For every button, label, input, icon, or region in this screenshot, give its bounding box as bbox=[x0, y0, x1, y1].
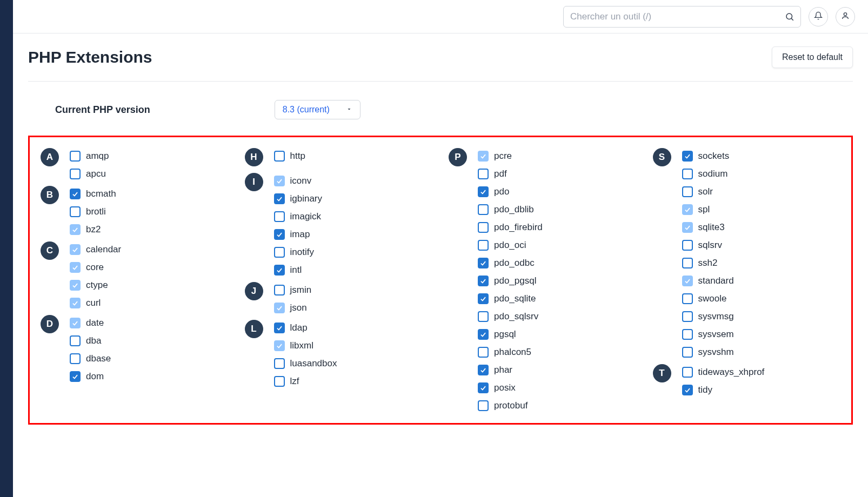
extension-brotli[interactable]: brotli bbox=[70, 206, 116, 217]
extension-dbase[interactable]: dbase bbox=[70, 353, 111, 364]
extension-checkbox[interactable] bbox=[274, 358, 285, 369]
reset-to-default-button[interactable]: Reset to default bbox=[772, 46, 853, 68]
extension-checkbox[interactable] bbox=[682, 151, 693, 162]
extension-imagick[interactable]: imagick bbox=[274, 211, 323, 222]
extension-checkbox[interactable] bbox=[478, 258, 489, 268]
extension-pdo_sqlite[interactable]: pdo_sqlite bbox=[478, 293, 543, 304]
extension-bz2[interactable]: bz2 bbox=[70, 224, 116, 235]
extension-pdo_firebird[interactable]: pdo_firebird bbox=[478, 222, 543, 233]
extension-json[interactable]: json bbox=[274, 303, 312, 313]
extension-checkbox[interactable] bbox=[274, 265, 285, 276]
extension-checkbox[interactable] bbox=[682, 258, 693, 268]
extension-checkbox[interactable] bbox=[274, 229, 285, 240]
extension-http[interactable]: http bbox=[274, 151, 305, 162]
extension-checkbox[interactable] bbox=[70, 318, 81, 328]
extension-dom[interactable]: dom bbox=[70, 371, 111, 382]
extension-posix[interactable]: posix bbox=[478, 382, 543, 393]
extension-checkbox[interactable] bbox=[478, 151, 489, 162]
extension-lzf[interactable]: lzf bbox=[274, 376, 337, 387]
extension-pdo_odbc[interactable]: pdo_odbc bbox=[478, 258, 543, 268]
extension-pdo_oci[interactable]: pdo_oci bbox=[478, 240, 543, 251]
extension-phalcon5[interactable]: phalcon5 bbox=[478, 347, 543, 358]
extension-checkbox[interactable] bbox=[70, 224, 81, 235]
extension-curl[interactable]: curl bbox=[70, 298, 121, 308]
extension-checkbox[interactable] bbox=[478, 382, 489, 393]
extension-igbinary[interactable]: igbinary bbox=[274, 193, 323, 204]
extension-checkbox[interactable] bbox=[70, 169, 81, 179]
extension-inotify[interactable]: inotify bbox=[274, 247, 323, 258]
extension-ldap[interactable]: ldap bbox=[274, 323, 337, 333]
extension-checkbox[interactable] bbox=[478, 186, 489, 197]
extension-sodium[interactable]: sodium bbox=[682, 169, 734, 179]
extension-phar[interactable]: phar bbox=[478, 365, 543, 375]
extension-checkbox[interactable] bbox=[478, 169, 489, 179]
extension-spl[interactable]: spl bbox=[682, 204, 734, 215]
extension-checkbox[interactable] bbox=[478, 365, 489, 375]
user-menu-button[interactable] bbox=[836, 7, 855, 26]
extension-checkbox[interactable] bbox=[70, 262, 81, 273]
extension-checkbox[interactable] bbox=[274, 303, 285, 313]
extension-checkbox[interactable] bbox=[478, 329, 489, 340]
extension-intl[interactable]: intl bbox=[274, 265, 323, 276]
extension-sysvshm[interactable]: sysvshm bbox=[682, 347, 734, 358]
extension-checkbox[interactable] bbox=[682, 240, 693, 251]
extension-checkbox[interactable] bbox=[274, 211, 285, 222]
extension-checkbox[interactable] bbox=[682, 276, 693, 286]
extension-tidy[interactable]: tidy bbox=[682, 385, 765, 395]
extension-checkbox[interactable] bbox=[682, 329, 693, 340]
extension-checkbox[interactable] bbox=[274, 376, 285, 387]
extension-checkbox[interactable] bbox=[70, 298, 81, 308]
php-version-select[interactable]: 8.3 (current) bbox=[275, 100, 360, 119]
extension-checkbox[interactable] bbox=[274, 285, 285, 295]
extension-checkbox[interactable] bbox=[682, 204, 693, 215]
extension-sysvmsg[interactable]: sysvmsg bbox=[682, 311, 734, 322]
extension-checkbox[interactable] bbox=[70, 335, 81, 346]
extension-checkbox[interactable] bbox=[70, 244, 81, 255]
extension-apcu[interactable]: apcu bbox=[70, 169, 109, 179]
extension-checkbox[interactable] bbox=[70, 280, 81, 291]
extension-ssh2[interactable]: ssh2 bbox=[682, 258, 734, 268]
extension-checkbox[interactable] bbox=[478, 400, 489, 411]
extension-libxml[interactable]: libxml bbox=[274, 340, 337, 351]
extension-checkbox[interactable] bbox=[274, 340, 285, 351]
extension-pdo[interactable]: pdo bbox=[478, 186, 543, 197]
extension-calendar[interactable]: calendar bbox=[70, 244, 121, 255]
extension-solr[interactable]: solr bbox=[682, 186, 734, 197]
search-input[interactable] bbox=[563, 6, 801, 28]
extension-jsmin[interactable]: jsmin bbox=[274, 285, 312, 295]
extension-core[interactable]: core bbox=[70, 262, 121, 273]
extension-luasandbox[interactable]: luasandbox bbox=[274, 358, 337, 369]
extension-checkbox[interactable] bbox=[682, 222, 693, 233]
extension-checkbox[interactable] bbox=[682, 186, 693, 197]
extension-checkbox[interactable] bbox=[682, 169, 693, 179]
extension-checkbox[interactable] bbox=[274, 176, 285, 186]
extension-checkbox[interactable] bbox=[478, 293, 489, 304]
extension-pdo_sqlsrv[interactable]: pdo_sqlsrv bbox=[478, 311, 543, 322]
extension-checkbox[interactable] bbox=[274, 151, 285, 162]
extension-sqlsrv[interactable]: sqlsrv bbox=[682, 240, 734, 251]
notifications-button[interactable] bbox=[809, 7, 828, 26]
extension-date[interactable]: date bbox=[70, 318, 111, 328]
extension-checkbox[interactable] bbox=[274, 193, 285, 204]
extension-checkbox[interactable] bbox=[478, 311, 489, 322]
extension-dba[interactable]: dba bbox=[70, 335, 111, 346]
extension-checkbox[interactable] bbox=[682, 385, 693, 395]
extension-checkbox[interactable] bbox=[682, 293, 693, 304]
extension-ctype[interactable]: ctype bbox=[70, 280, 121, 291]
extension-bcmath[interactable]: bcmath bbox=[70, 189, 116, 199]
extension-sysvsem[interactable]: sysvsem bbox=[682, 329, 734, 340]
extension-tideways_xhprof[interactable]: tideways_xhprof bbox=[682, 367, 765, 378]
extension-checkbox[interactable] bbox=[478, 222, 489, 233]
extension-pdf[interactable]: pdf bbox=[478, 169, 543, 179]
extension-checkbox[interactable] bbox=[274, 323, 285, 333]
extension-iconv[interactable]: iconv bbox=[274, 176, 323, 186]
extension-checkbox[interactable] bbox=[70, 151, 81, 162]
extension-checkbox[interactable] bbox=[682, 367, 693, 378]
extension-checkbox[interactable] bbox=[70, 353, 81, 364]
extension-pgsql[interactable]: pgsql bbox=[478, 329, 543, 340]
extension-checkbox[interactable] bbox=[682, 347, 693, 358]
extension-pdo_pgsql[interactable]: pdo_pgsql bbox=[478, 276, 543, 286]
extension-checkbox[interactable] bbox=[682, 311, 693, 322]
extension-pcre[interactable]: pcre bbox=[478, 151, 543, 162]
extension-checkbox[interactable] bbox=[274, 247, 285, 258]
